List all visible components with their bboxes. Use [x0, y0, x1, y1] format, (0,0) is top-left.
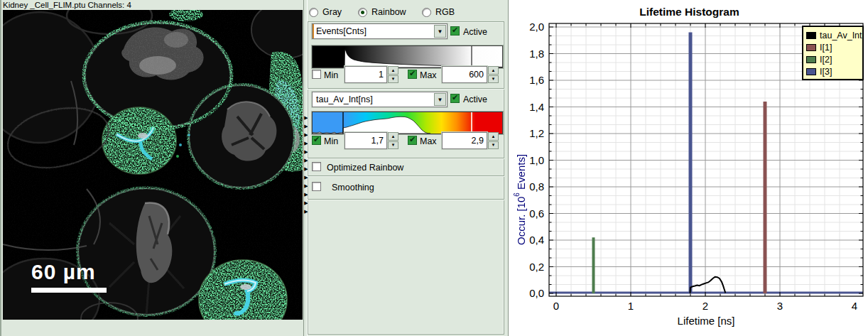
lifetime-active-checkbox[interactable] — [450, 94, 460, 103]
smoothing-label: Smoothing — [332, 183, 374, 193]
image-title: Kidney _Cell_FLIM.ptu Channels: 4 — [3, 0, 301, 10]
svg-text:4: 4 — [852, 300, 857, 312]
legend-label: tau_Av_Int — [820, 31, 862, 40]
radio-rainbow[interactable]: Rainbow — [358, 7, 406, 17]
intensity-max-input[interactable] — [442, 66, 487, 83]
intensity-channel-dropdown[interactable]: Events[Cnts] ▼ — [312, 23, 447, 39]
intensity-histogram-curve — [313, 46, 502, 67]
svg-text:0,0: 0,0 — [529, 287, 544, 299]
divider — [308, 88, 504, 89]
focus-stripe — [313, 24, 314, 38]
spin-down-icon[interactable]: ▼ — [388, 141, 398, 150]
legend-item: I[1] — [806, 41, 859, 53]
dropdown-arrow-icon[interactable]: ▼ — [434, 93, 446, 106]
divider — [308, 158, 504, 158]
chart-x-axis-label: Lifetime [ns] — [549, 315, 863, 327]
intensity-max-checkbox[interactable] — [408, 70, 417, 79]
intensity-min-spinner[interactable]: ▲ ▼ — [388, 66, 398, 83]
legend-label: I[2] — [820, 55, 832, 65]
intensity-active-label: Active — [463, 27, 487, 37]
legend-label: I[1] — [820, 43, 832, 53]
lifetime-max-spinner[interactable]: ▲ ▼ — [488, 132, 499, 149]
divider — [308, 199, 504, 200]
radio-circle-icon — [358, 8, 367, 17]
legend-item: tau_Av_Int — [806, 29, 859, 41]
spin-down-icon[interactable]: ▼ — [488, 75, 499, 84]
svg-text:1,6: 1,6 — [529, 74, 544, 86]
radio-circle-icon — [309, 8, 318, 17]
svg-text:2,0: 2,0 — [529, 21, 544, 33]
svg-text:1,0: 1,0 — [529, 154, 544, 166]
optimized-rainbow-label: Optimized Rainbow — [327, 163, 403, 173]
optimized-rainbow-checkbox[interactable] — [312, 162, 321, 171]
svg-text:1: 1 — [628, 300, 634, 312]
legend-swatch-i3 — [806, 68, 816, 75]
lifetime-channel-value: tau_Av_Int[ns] — [316, 92, 373, 107]
lifetime-histogram-panel: Lifetime Histogram 012340,00,20,40,60,81… — [508, 0, 868, 336]
legend-swatch-i1 — [806, 44, 816, 51]
spin-up-icon[interactable]: ▲ — [488, 132, 499, 141]
svg-text:1,8: 1,8 — [529, 48, 544, 60]
lifetime-min-spinner[interactable]: ▲ ▼ — [388, 132, 398, 149]
legend-label: I[3] — [820, 67, 832, 77]
lifetime-histogram-bar[interactable] — [312, 112, 503, 134]
legend-item: I[2] — [806, 53, 859, 65]
lifetime-min-label: Min — [324, 136, 338, 146]
svg-text:0,6: 0,6 — [529, 207, 544, 220]
lifetime-active-label: Active — [463, 94, 487, 104]
svg-text:1,4: 1,4 — [529, 101, 544, 113]
radio-circle-icon — [422, 8, 431, 17]
intensity-histogram-bar[interactable] — [312, 45, 503, 68]
intensity-channel-value: Events[Cnts] — [316, 24, 367, 38]
spin-down-icon[interactable]: ▼ — [388, 75, 398, 84]
radio-gray-label: Gray — [322, 7, 342, 17]
intensity-min-input[interactable] — [345, 66, 387, 83]
svg-text:2: 2 — [702, 300, 708, 312]
spin-up-icon[interactable]: ▲ — [388, 132, 398, 141]
lifetime-max-input[interactable] — [442, 132, 487, 149]
flim-image[interactable]: 60 µm — [3, 10, 303, 320]
radio-gray[interactable]: Gray — [309, 7, 342, 17]
intensity-min-checkbox[interactable] — [312, 70, 321, 79]
image-viewer-panel: Kidney _Cell_FLIM.ptu Channels: 4 — [1, 0, 303, 336]
chart-y-axis-label: Occur. [106 Events] — [513, 89, 527, 245]
lifetime-max-checkbox[interactable] — [408, 136, 417, 145]
intensity-max-label: Max — [420, 70, 437, 80]
svg-text:0,4: 0,4 — [529, 234, 544, 246]
color-mode-group: Gray Rainbow RGB — [308, 6, 506, 18]
lifetime-min-checkbox[interactable] — [312, 136, 321, 145]
lifetime-histogram-curve — [313, 112, 502, 134]
divider — [308, 175, 504, 176]
svg-text:3: 3 — [777, 300, 783, 312]
spin-up-icon[interactable]: ▲ — [388, 66, 398, 75]
svg-text:1,2: 1,2 — [529, 127, 544, 139]
spin-down-icon[interactable]: ▼ — [488, 141, 499, 150]
dropdown-arrow-icon[interactable]: ▼ — [434, 25, 446, 38]
svg-text:0: 0 — [553, 300, 559, 312]
display-controls-panel: Gray Rainbow RGB Events[Cnts] ▼ Active — [308, 0, 508, 336]
radio-rainbow-label: Rainbow — [371, 7, 406, 17]
intensity-active-checkbox[interactable] — [450, 26, 460, 36]
chart-legend: tau_Av_Int I[1] I[2] I[3] — [802, 26, 864, 80]
scale-bar: 60 µm — [31, 260, 107, 293]
radio-rgb[interactable]: RGB — [422, 7, 455, 17]
intensity-max-spinner[interactable]: ▲ ▼ — [488, 66, 499, 83]
svg-text:0,2: 0,2 — [529, 261, 544, 273]
spin-up-icon[interactable]: ▲ — [488, 66, 499, 75]
lifetime-max-label: Max — [420, 136, 437, 146]
legend-item: I[3] — [806, 65, 859, 77]
scale-bar-line — [31, 288, 107, 293]
radio-rgb-label: RGB — [435, 7, 455, 17]
scale-bar-label: 60 µm — [31, 260, 107, 284]
lifetime-min-input[interactable] — [345, 132, 387, 149]
intensity-min-label: Min — [324, 70, 338, 80]
legend-swatch-tau — [806, 32, 816, 39]
lifetime-channel-dropdown[interactable]: tau_Av_Int[ns] ▼ — [312, 92, 447, 107]
smoothing-checkbox[interactable] — [312, 182, 321, 191]
flim-analysis-window: Kidney _Cell_FLIM.ptu Channels: 4 — [0, 0, 868, 336]
legend-swatch-i2 — [806, 56, 816, 63]
svg-text:0,8: 0,8 — [529, 180, 544, 193]
